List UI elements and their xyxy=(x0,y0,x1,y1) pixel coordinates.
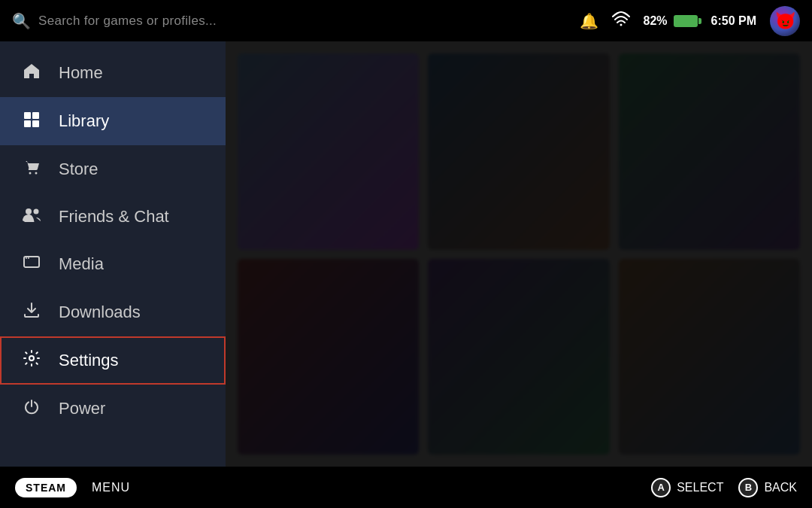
game-grid xyxy=(226,41,812,467)
avatar[interactable] xyxy=(770,6,800,36)
select-hint: A SELECT xyxy=(651,478,723,497)
game-tile xyxy=(619,53,800,250)
svg-point-0 xyxy=(620,24,622,26)
sidebar-label-downloads: Downloads xyxy=(59,303,141,322)
game-tile xyxy=(428,259,609,455)
main-content xyxy=(226,41,812,467)
search-placeholder: Search for games or profiles... xyxy=(38,14,217,29)
game-tile xyxy=(428,53,609,250)
topbar-right: 🔔 82% 6:50 PM xyxy=(580,6,801,36)
search-icon: 🔍 xyxy=(12,12,31,30)
b-button[interactable]: B xyxy=(738,478,758,497)
sidebar-label-power: Power xyxy=(59,399,105,418)
sidebar-item-home[interactable]: Home xyxy=(0,49,226,97)
power-icon xyxy=(21,398,42,419)
sidebar-label-store: Store xyxy=(59,160,98,179)
game-tile xyxy=(619,259,800,455)
svg-point-11 xyxy=(28,257,29,259)
sidebar-item-media[interactable]: Media xyxy=(0,240,226,288)
battery-percent: 82% xyxy=(644,14,668,28)
svg-point-10 xyxy=(26,257,27,259)
sidebar: Home Library Store xyxy=(0,41,226,467)
time-display: 6:50 PM xyxy=(711,14,756,28)
sidebar-item-library[interactable]: Library xyxy=(0,97,226,145)
store-icon xyxy=(21,159,42,180)
wifi-icon xyxy=(612,11,630,30)
sidebar-label-friends: Friends & Chat xyxy=(59,207,169,227)
friends-icon xyxy=(21,207,42,227)
back-label: BACK xyxy=(764,481,797,494)
back-hint: B BACK xyxy=(738,478,797,497)
topbar: 🔍 Search for games or profiles... 🔔 82% … xyxy=(0,0,812,41)
sidebar-label-library: Library xyxy=(59,111,109,131)
sidebar-label-settings: Settings xyxy=(59,351,119,370)
menu-label: MENU xyxy=(92,481,130,494)
svg-point-5 xyxy=(29,172,32,175)
battery-area: 82% xyxy=(644,14,698,28)
bottombar: STEAM MENU A SELECT B BACK xyxy=(0,467,812,508)
svg-rect-4 xyxy=(32,120,39,127)
battery-icon xyxy=(674,15,698,27)
library-icon xyxy=(21,111,42,132)
svg-rect-2 xyxy=(32,112,39,119)
notification-icon[interactable]: 🔔 xyxy=(580,12,598,30)
settings-icon xyxy=(21,350,42,371)
svg-point-7 xyxy=(26,208,32,214)
game-tile xyxy=(238,259,419,455)
svg-rect-3 xyxy=(24,120,31,127)
sidebar-item-power[interactable]: Power xyxy=(0,385,226,433)
sidebar-item-settings[interactable]: Settings xyxy=(0,336,226,385)
sidebar-item-store[interactable]: Store xyxy=(0,145,226,193)
game-tile xyxy=(238,53,419,250)
sidebar-label-media: Media xyxy=(59,254,104,274)
svg-point-12 xyxy=(29,356,34,360)
sidebar-item-friends[interactable]: Friends & Chat xyxy=(0,193,226,240)
svg-rect-1 xyxy=(24,112,31,119)
steam-button[interactable]: STEAM xyxy=(15,478,77,497)
search-area[interactable]: 🔍 Search for games or profiles... xyxy=(12,12,580,30)
a-button[interactable]: A xyxy=(651,478,671,497)
bottombar-right: A SELECT B BACK xyxy=(651,478,797,497)
home-icon xyxy=(21,62,42,84)
media-icon xyxy=(21,254,42,275)
svg-point-8 xyxy=(34,209,39,214)
sidebar-item-downloads[interactable]: Downloads xyxy=(0,288,226,336)
select-label: SELECT xyxy=(677,481,723,494)
svg-point-6 xyxy=(35,172,38,175)
downloads-icon xyxy=(21,302,42,323)
sidebar-label-home: Home xyxy=(59,63,103,83)
